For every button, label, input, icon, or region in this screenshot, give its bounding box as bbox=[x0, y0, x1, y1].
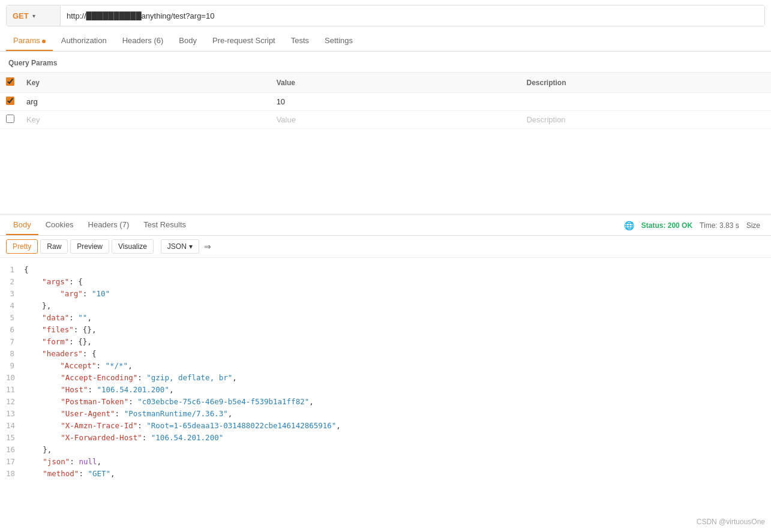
visualize-button[interactable]: Visualize bbox=[112, 239, 154, 254]
query-params-title: Query Params bbox=[0, 52, 771, 72]
tab-headers[interactable]: Headers (6) bbox=[115, 31, 171, 51]
tab-tests[interactable]: Tests bbox=[284, 31, 316, 51]
code-line-17: 17 "json": null, bbox=[0, 456, 771, 468]
placeholder-value[interactable]: Value bbox=[271, 111, 521, 129]
code-line-14: 14 "X-Amzn-Trace-Id": "Root=1-65deaa13-0… bbox=[0, 420, 771, 432]
response-tab-body[interactable]: Body bbox=[6, 215, 38, 235]
code-line-9: 9 "Accept": "*/*", bbox=[0, 360, 771, 372]
method-selector[interactable]: GET ▾ bbox=[7, 5, 61, 26]
response-tabs-bar: Body Cookies Headers (7) Test Results 🌐 … bbox=[0, 215, 771, 236]
row-checkbox-cell bbox=[0, 93, 20, 111]
preview-button[interactable]: Preview bbox=[70, 239, 109, 254]
tab-authorization[interactable]: Authorization bbox=[54, 31, 114, 51]
globe-icon: 🌐 bbox=[624, 221, 634, 230]
table-row-placeholder: Key Value Description bbox=[0, 111, 771, 129]
method-label: GET bbox=[13, 11, 29, 20]
row-1-key[interactable]: arg bbox=[20, 93, 271, 111]
params-dot bbox=[42, 40, 46, 43]
code-line-18: 18 "method": "GET", bbox=[0, 468, 771, 480]
format-bar: Pretty Raw Preview Visualize JSON ▾ ⇒ bbox=[0, 236, 771, 258]
placeholder-description[interactable]: Description bbox=[520, 111, 771, 129]
tab-settings[interactable]: Settings bbox=[317, 31, 360, 51]
code-line-3: 3 "arg": "10" bbox=[0, 288, 771, 300]
chevron-down-icon: ▾ bbox=[32, 13, 35, 19]
json-code-area: 1 { 2 "args": { 3 "arg": "10" 4 }, 5 "da… bbox=[0, 258, 771, 486]
url-bar: GET ▾ bbox=[6, 5, 765, 26]
filter-icon[interactable]: ⇒ bbox=[204, 242, 211, 251]
code-line-2: 2 "args": { bbox=[0, 276, 771, 288]
value-column-header: Value bbox=[271, 73, 521, 93]
tab-params[interactable]: Params bbox=[6, 31, 53, 51]
code-line-13: 13 "User-Agent": "PostmanRuntime/7.36.3"… bbox=[0, 408, 771, 420]
code-line-8: 8 "headers": { bbox=[0, 348, 771, 360]
row-1-checkbox[interactable] bbox=[6, 97, 14, 105]
response-tab-headers[interactable]: Headers (7) bbox=[81, 215, 137, 235]
size-text: Size bbox=[746, 221, 760, 230]
check-header bbox=[0, 73, 20, 93]
code-line-5: 5 "data": "", bbox=[0, 312, 771, 324]
raw-button[interactable]: Raw bbox=[40, 239, 68, 254]
placeholder-checkbox[interactable] bbox=[6, 115, 14, 123]
response-tab-cookies[interactable]: Cookies bbox=[38, 215, 81, 235]
placeholder-key[interactable]: Key bbox=[20, 111, 271, 129]
code-line-7: 7 "form": {}, bbox=[0, 336, 771, 348]
request-tabs: Params Authorization Headers (6) Body Pr… bbox=[0, 31, 771, 52]
code-line-16: 16 }, bbox=[0, 444, 771, 456]
key-column-header: Key bbox=[20, 73, 271, 93]
tab-prerequest[interactable]: Pre-request Script bbox=[205, 31, 283, 51]
params-table: Key Value Description arg 10 bbox=[0, 72, 771, 129]
row-1-value[interactable]: 10 bbox=[271, 93, 521, 111]
status-text: Status: 200 OK bbox=[641, 221, 692, 230]
tab-body[interactable]: Body bbox=[172, 31, 204, 51]
description-column-header: Description bbox=[520, 73, 771, 93]
code-line-11: 11 "Host": "106.54.201.200", bbox=[0, 384, 771, 396]
response-area: Body Cookies Headers (7) Test Results 🌐 … bbox=[0, 214, 771, 486]
time-text: Time: 3.83 s bbox=[700, 221, 739, 230]
code-line-1: 1 { bbox=[0, 264, 771, 276]
url-input[interactable] bbox=[61, 5, 764, 26]
code-line-10: 10 "Accept-Encoding": "gzip, deflate, br… bbox=[0, 372, 771, 384]
code-line-12: 12 "Postman-Token": "c03ebcbe-75c6-46e9-… bbox=[0, 396, 771, 408]
select-all-checkbox[interactable] bbox=[6, 77, 14, 86]
table-row: arg 10 bbox=[0, 93, 771, 111]
code-line-4: 4 }, bbox=[0, 300, 771, 312]
json-format-dropdown[interactable]: JSON ▾ bbox=[161, 239, 199, 254]
request-params-area: Query Params Key Value Description arg bbox=[0, 52, 771, 202]
row-1-description[interactable] bbox=[520, 93, 771, 111]
chevron-icon: ▾ bbox=[189, 242, 193, 251]
response-status-bar: 🌐 Status: 200 OK Time: 3.83 s Size bbox=[619, 221, 765, 230]
response-tab-test-results[interactable]: Test Results bbox=[136, 215, 193, 235]
code-line-15: 15 "X-Forwarded-Host": "106.54.201.200" bbox=[0, 432, 771, 444]
pretty-button[interactable]: Pretty bbox=[6, 239, 38, 254]
code-line-6: 6 "files": {}, bbox=[0, 324, 771, 336]
